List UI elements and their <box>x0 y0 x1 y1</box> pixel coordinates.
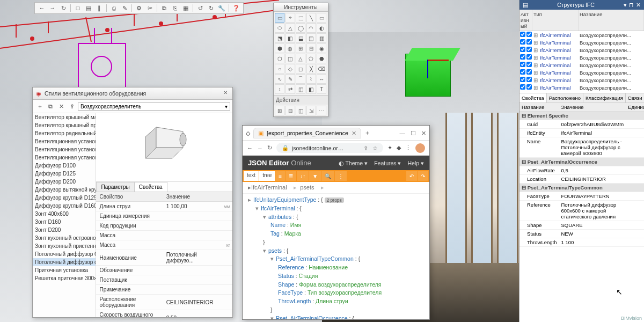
tool-button[interactable]: ◉ <box>317 43 326 53</box>
property-row[interactable]: Обозначение <box>96 266 232 275</box>
ifc-tree-row[interactable]: ⊞IfcAirTerminalВоздухораспредели... <box>519 84 644 91</box>
tool-button[interactable]: ◍ <box>286 43 295 53</box>
tool-button[interactable]: ◠ <box>306 23 316 33</box>
styles-list[interactable]: Вентилятор крышный малой высоВентилятор … <box>33 113 96 317</box>
toolbar-button[interactable]: ∥ <box>94 3 104 13</box>
theme-menu[interactable]: ◐ Theme ▾ <box>339 160 368 166</box>
toolbar-button[interactable]: → <box>48 3 57 13</box>
style-list-item[interactable]: Потолочный диффузор 600х600 <box>33 250 96 258</box>
toolbar-button[interactable]: ✂ <box>145 3 155 13</box>
toolbar-button[interactable]: ⧉ <box>159 3 169 13</box>
ifc-group-header[interactable]: ⊟ Element Specific <box>519 112 644 120</box>
toolbar-button[interactable]: ▤ <box>84 3 93 13</box>
ifc-property-row[interactable]: AirFlowRate0,5 <box>519 166 644 175</box>
expand-icon[interactable]: ≡ <box>275 171 285 181</box>
tool-button[interactable]: T <box>317 84 326 94</box>
toolbar-button[interactable]: ↻ <box>206 3 216 13</box>
ifc-property-row[interactable]: Guid0of2pv9r2hABU8diw3WMm <box>519 120 644 129</box>
ifc-property-row[interactable]: ShapeSQUARE <box>519 221 644 230</box>
style-list-item[interactable]: Вентиляционная установка прито <box>33 137 96 145</box>
action-icon[interactable]: ⊞ <box>275 106 284 115</box>
property-row[interactable]: Примечание <box>96 285 232 295</box>
pin-icon[interactable]: ⊓ <box>629 2 634 8</box>
toolbar-button[interactable]: ▦ <box>181 3 191 13</box>
style-list-item[interactable]: Зонт кухонный пристенный вытяж <box>33 242 96 250</box>
style-list-item[interactable]: Решетка приточная 300x150 <box>33 274 96 282</box>
tool-button[interactable]: ✎ <box>286 74 295 84</box>
style-list-item[interactable]: Вентиляционная установка прито <box>33 153 96 162</box>
tool-button[interactable]: ⬔ <box>275 33 284 43</box>
toolbar-button[interactable]: □ <box>73 3 83 13</box>
style-list-item[interactable]: Вентилятор крышный приточный <box>33 121 96 129</box>
tool-button[interactable]: ╲ <box>306 13 316 23</box>
property-row[interactable]: Единица измерения <box>96 211 232 221</box>
tool-button[interactable]: ⌇ <box>306 74 316 84</box>
dropdown-icon[interactable]: ▾ <box>624 2 627 8</box>
action-icon[interactable]: ⇲ <box>306 106 316 115</box>
style-list-item[interactable]: Зонт D200 <box>33 226 96 234</box>
redo-icon[interactable]: ↷ <box>418 171 428 181</box>
ext-icon[interactable]: ✦ <box>387 144 392 151</box>
tool-button[interactable]: ⬣ <box>317 54 326 63</box>
tool-button[interactable]: ∿ <box>275 74 284 84</box>
ifc-property-row[interactable]: NameВоздухораспределитель - Потолочный д… <box>519 137 644 158</box>
address-bar[interactable]: 🔒 jsoneditoronline.or… ⇪ ☆ <box>276 143 383 153</box>
features-menu[interactable]: Features ▾ <box>374 160 401 166</box>
more-icon[interactable]: ⋮ <box>335 171 347 181</box>
tool-button[interactable]: ▭ <box>317 13 326 23</box>
toolbar-button[interactable]: ← <box>37 3 47 13</box>
panel-menu-icon[interactable]: ▤ <box>523 2 528 8</box>
reload-icon[interactable]: ↻ <box>267 144 272 151</box>
forward-icon[interactable]: → <box>257 145 263 151</box>
mode-text[interactable]: text <box>244 171 259 181</box>
style-list-item[interactable]: Вентилятор крышный малой высо <box>33 113 96 121</box>
help-menu[interactable]: Help ▾ <box>407 160 424 166</box>
ifc-group-header[interactable]: ⊟ Pset_AirTerminalTypeCommon <box>519 184 644 192</box>
property-row[interactable]: Масса <box>96 231 232 240</box>
tool-button[interactable]: ◇ <box>286 64 295 74</box>
undo-icon[interactable]: ↶ <box>406 171 417 181</box>
star-icon[interactable]: ☆ <box>372 145 378 151</box>
tab-properties[interactable]: Свойства <box>519 93 547 103</box>
tool-button[interactable]: ↕ <box>275 84 284 94</box>
ifc-tree-row[interactable]: ⊞IfcAirTerminalВоздухораспредели... <box>519 31 644 39</box>
tool-button[interactable]: ◻ <box>296 64 305 74</box>
close-icon[interactable]: ✕ <box>636 2 641 8</box>
property-row[interactable]: НаименованиеПотолочный диффузо... <box>96 250 232 266</box>
maximize-icon[interactable]: ☐ <box>411 130 416 136</box>
toolbar-button[interactable]: ❓ <box>231 3 241 13</box>
new-tab-icon[interactable]: ＋ <box>364 129 370 137</box>
add-icon[interactable]: ＋ <box>35 101 45 111</box>
property-row[interactable]: Длина струи1 100,00мм <box>96 202 232 211</box>
property-grid[interactable]: Свойство Значение Длина струи1 100,00ммЕ… <box>96 192 232 317</box>
style-list-item[interactable]: Зонт кухонный островной приточ <box>33 234 96 242</box>
collapse-icon[interactable]: ≣ <box>286 171 296 181</box>
ifc-tree-row[interactable]: ⊞IfcAirTerminalВоздухораспредели... <box>519 61 644 69</box>
ifc-tree-row[interactable]: ⊞IfcAirTerminalВоздухораспредели... <box>519 39 644 46</box>
tool-button[interactable]: ◐ <box>317 23 326 33</box>
action-icon[interactable]: ⋯ <box>317 106 326 115</box>
style-list-item[interactable]: Диффузор D200 <box>33 178 96 186</box>
tool-button[interactable]: ⌒ <box>296 74 305 84</box>
tool-button[interactable]: △ <box>296 54 305 63</box>
tool-button[interactable]: ↔ <box>317 74 326 84</box>
tool-button[interactable]: ⬢ <box>275 43 284 53</box>
style-list-item[interactable]: Диффузор вытяжной круглый D12 <box>33 186 96 194</box>
ifc-property-row[interactable]: ThrowLength1 100 <box>519 238 644 247</box>
tab-classification[interactable]: Классификация <box>583 93 626 103</box>
tool-button[interactable]: ○ <box>275 64 284 74</box>
tab-location[interactable]: Расположено <box>547 93 583 103</box>
tool-button[interactable]: ◧ <box>306 84 316 94</box>
style-list-item[interactable]: Зонт D160 <box>33 218 96 226</box>
ifc-property-row[interactable]: LocationCEILINGINTERIOR <box>519 175 644 184</box>
style-list-item[interactable]: Вентиляционная установка прито <box>33 145 96 153</box>
tool-button[interactable]: ◧ <box>286 33 295 43</box>
json-breadcrumb[interactable]: ▸IfcAirTerminal ▸psets ▸ <box>243 182 429 194</box>
highlighted-air-terminal[interactable] <box>405 54 451 97</box>
ifc-tree-row[interactable]: ⊞IfcAirTerminalВоздухораспредели... <box>519 46 644 54</box>
category-combo[interactable]: Воздухораспределитель▾ <box>78 103 230 111</box>
toolbar-button[interactable]: ✎ <box>120 3 129 13</box>
tool-button[interactable]: ⊞ <box>296 43 305 53</box>
style-list-item[interactable]: Приточная установка <box>33 266 96 274</box>
filter-icon[interactable]: ▼ <box>309 171 321 181</box>
